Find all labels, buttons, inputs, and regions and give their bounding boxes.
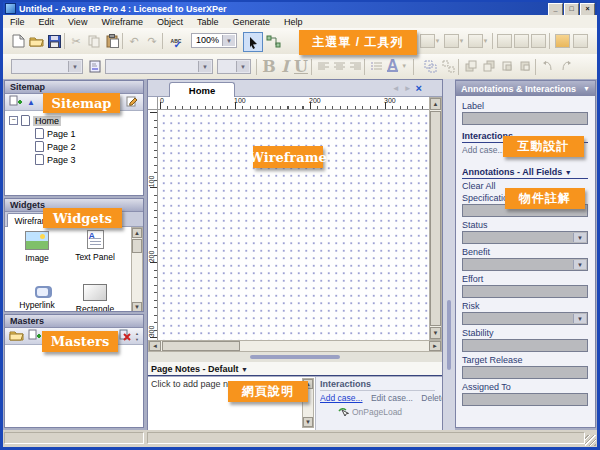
arrow-style-dropdown[interactable]: ▼ bbox=[467, 32, 489, 50]
wireframe-canvas[interactable] bbox=[158, 110, 429, 340]
onpageload-event[interactable]: OnPageLoad bbox=[338, 407, 442, 417]
table-button[interactable] bbox=[553, 32, 571, 50]
panel-scroll-buttons[interactable]: ▲ ▼ bbox=[135, 331, 139, 342]
stability-input[interactable] bbox=[462, 339, 588, 352]
send-to-back-button[interactable] bbox=[480, 57, 498, 75]
scroll-down-icon[interactable]: ▼ bbox=[132, 302, 142, 312]
add-page-button[interactable] bbox=[9, 93, 23, 111]
inspector-splitter[interactable] bbox=[443, 79, 455, 430]
rotate-left-button[interactable] bbox=[539, 57, 557, 75]
tree-item-page1[interactable]: Page 1 bbox=[5, 127, 143, 140]
edit-page-button[interactable] bbox=[126, 93, 139, 111]
add-master-button[interactable] bbox=[28, 327, 42, 345]
page-notes-dropdown-icon[interactable]: ▼ bbox=[241, 366, 248, 373]
target-release-input[interactable] bbox=[462, 366, 588, 379]
scroll-right-icon[interactable]: ► bbox=[429, 341, 441, 351]
tree-item-page3[interactable]: Page 3 bbox=[5, 153, 143, 166]
menu-generate[interactable]: Generate bbox=[225, 17, 277, 27]
widget-image[interactable]: Image bbox=[11, 231, 63, 263]
menu-object[interactable]: Object bbox=[150, 17, 190, 27]
annotations-dropdown-icon[interactable]: ▼ bbox=[565, 169, 572, 176]
risk-select[interactable]: ▼ bbox=[462, 312, 588, 325]
label-input[interactable] bbox=[462, 112, 588, 125]
open-master-button[interactable] bbox=[9, 327, 24, 345]
style-combo[interactable]: ▼ bbox=[105, 59, 213, 74]
font-family-combo[interactable]: ▼ bbox=[11, 59, 83, 74]
line-style-dropdown[interactable]: ▼ bbox=[443, 32, 465, 50]
add-case-link[interactable]: Add case... bbox=[462, 145, 505, 155]
benefit-select[interactable]: ▼ bbox=[462, 258, 588, 271]
edit-case-link[interactable]: Edit case... bbox=[371, 393, 413, 403]
spell-check-button[interactable]: ABC ✓ bbox=[165, 32, 187, 50]
close-page-icon[interactable]: × bbox=[416, 83, 422, 93]
style-painter-button[interactable] bbox=[86, 57, 104, 75]
add-case-link[interactable]: Add case... bbox=[320, 393, 363, 403]
open-button[interactable] bbox=[27, 32, 45, 50]
canvas-vertical-scrollbar[interactable]: ▲ ▼ bbox=[429, 97, 442, 340]
font-size-combo[interactable]: ▼ bbox=[217, 59, 251, 74]
save-button[interactable] bbox=[45, 32, 63, 50]
splitter-grip[interactable] bbox=[447, 300, 451, 370]
font-color-dropdown[interactable]: A ▼ bbox=[385, 57, 409, 75]
ungroup-button[interactable] bbox=[439, 57, 457, 75]
delete-master-button[interactable] bbox=[119, 327, 131, 345]
scroll-thumb[interactable] bbox=[162, 341, 240, 351]
insert-column-button[interactable] bbox=[571, 32, 589, 50]
scroll-down-icon[interactable]: ▼ bbox=[430, 327, 441, 339]
menu-edit[interactable]: Edit bbox=[32, 17, 62, 27]
page-notes-header[interactable]: Page Notes - Default ▼ bbox=[148, 362, 442, 376]
menu-view[interactable]: View bbox=[61, 17, 94, 27]
delete-case-link[interactable]: Delete case... bbox=[421, 393, 442, 403]
dropdown-icon[interactable]: ▼ bbox=[573, 314, 586, 323]
scroll-thumb[interactable] bbox=[430, 111, 441, 326]
tree-item-page2[interactable]: Page 2 bbox=[5, 140, 143, 153]
inspector-dropdown-icon[interactable]: ▼ bbox=[583, 85, 590, 92]
rotate-right-button[interactable] bbox=[557, 57, 575, 75]
inspector-header[interactable]: Annotations & Interactions ▼ bbox=[456, 81, 595, 96]
new-document-button[interactable] bbox=[9, 32, 27, 50]
bring-to-front-button[interactable] bbox=[462, 57, 480, 75]
undo-button[interactable]: ↶ bbox=[125, 32, 143, 50]
assigned-to-input[interactable] bbox=[462, 393, 588, 406]
menu-help[interactable]: Help bbox=[277, 17, 310, 27]
paste-button[interactable] bbox=[103, 32, 121, 50]
move-page-up-button[interactable]: ▲ bbox=[27, 98, 35, 107]
border-top-button[interactable] bbox=[495, 32, 513, 50]
line-weight-dropdown[interactable]: ▼ bbox=[419, 32, 441, 50]
effort-input[interactable] bbox=[462, 285, 588, 298]
bullet-list-button[interactable] bbox=[367, 57, 385, 75]
border-middle-button[interactable] bbox=[512, 32, 530, 50]
scroll-left-icon[interactable]: ◄ bbox=[149, 341, 161, 351]
bring-forward-button[interactable] bbox=[498, 57, 516, 75]
menu-wireframe[interactable]: Wireframe bbox=[94, 17, 150, 27]
widget-text-panel[interactable]: A Text Panel bbox=[69, 230, 121, 262]
dropdown-icon[interactable]: ▼ bbox=[573, 260, 586, 269]
align-right-button[interactable] bbox=[346, 57, 364, 75]
scroll-up-icon[interactable]: ▲ bbox=[430, 98, 441, 110]
cut-button[interactable]: ✂ bbox=[67, 32, 85, 50]
prev-page-icon[interactable]: ◄ bbox=[392, 84, 400, 93]
canvas-horizontal-scrollbar[interactable]: ◄ ► bbox=[148, 340, 442, 352]
send-backward-button[interactable] bbox=[516, 57, 534, 75]
scroll-thumb[interactable] bbox=[132, 239, 142, 253]
scroll-down-icon[interactable]: ▼ bbox=[303, 417, 313, 427]
scroll-up-icon[interactable]: ▲ bbox=[132, 228, 142, 238]
copy-button[interactable] bbox=[85, 32, 103, 50]
redo-button[interactable]: ↷ bbox=[143, 32, 161, 50]
menu-table[interactable]: Table bbox=[190, 17, 226, 27]
tree-item-home[interactable]: − Home bbox=[5, 114, 143, 127]
collapse-icon[interactable]: − bbox=[9, 116, 18, 125]
widget-rectangle[interactable]: Rectangle bbox=[69, 282, 121, 312]
widgets-scrollbar[interactable]: ▲ ▼ bbox=[131, 227, 143, 312]
zoom-level-combo[interactable]: 100% ▼ bbox=[191, 33, 237, 48]
resize-grip[interactable] bbox=[585, 435, 596, 446]
menu-file[interactable]: File bbox=[3, 17, 32, 27]
notes-splitter[interactable] bbox=[148, 352, 442, 362]
border-bottom-button[interactable] bbox=[529, 32, 547, 50]
dropdown-icon[interactable]: ▼ bbox=[573, 233, 586, 242]
next-page-icon[interactable]: ► bbox=[404, 84, 412, 93]
underline-button[interactable]: U bbox=[292, 57, 310, 75]
widget-hyperlink[interactable]: Hyperlink bbox=[11, 283, 63, 310]
connector-tool-button[interactable] bbox=[264, 32, 282, 50]
pointer-tool-button[interactable] bbox=[243, 32, 263, 52]
